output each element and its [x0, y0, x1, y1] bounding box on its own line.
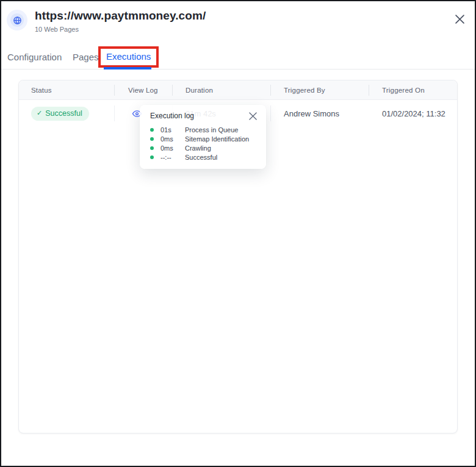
triggered-on-cell: 01/02/2024; 11:32 — [369, 100, 457, 127]
step-time: 0ms — [160, 144, 179, 152]
column-header-triggered-on: Triggered On — [369, 80, 457, 99]
step-label: Sitemap Identification — [185, 135, 249, 143]
popup-step: 0ms Sitemap Identification — [150, 134, 258, 143]
triggered-by-cell: Andrew Simons — [271, 100, 369, 127]
triggered-by-value: Andrew Simons — [284, 109, 339, 118]
active-tab-underline — [104, 67, 151, 70]
step-status-dot — [150, 137, 154, 141]
triggered-on-value: 01/02/2024; 11:32 — [382, 109, 445, 118]
globe-icon — [10, 13, 24, 27]
popup-title: Execution log — [150, 112, 194, 120]
step-time: --:-- — [160, 154, 179, 161]
execution-log-popup: Execution log 01s Process in Queue 0ms S… — [140, 105, 266, 169]
step-status-dot — [150, 128, 154, 132]
status-badge-label: Successful — [45, 109, 82, 118]
tab-executions[interactable]: Executions — [106, 51, 151, 62]
column-header-triggered-by: Triggered By — [271, 80, 369, 99]
step-label: Crawling — [185, 144, 211, 152]
site-avatar — [7, 10, 27, 30]
web-pages-count: 10 Web Pages — [35, 26, 465, 33]
close-icon[interactable] — [454, 13, 465, 24]
popup-step: 01s Process in Queue — [150, 125, 258, 134]
popup-step: --:-- Successful — [150, 152, 258, 162]
step-label: Process in Queue — [185, 126, 238, 134]
column-header-duration: Duration — [173, 80, 271, 99]
popup-close-icon[interactable] — [249, 112, 258, 121]
page-title: https://www.paytmmoney.com/ — [35, 9, 465, 23]
modal-header: https://www.paytmmoney.com/ 10 Web Pages — [1, 1, 475, 37]
tab-bar: Configuration Pages Executions — [1, 45, 475, 70]
column-header-status: Status — [19, 80, 115, 99]
popup-step-list: 01s Process in Queue 0ms Sitemap Identif… — [150, 125, 258, 162]
tab-pages[interactable]: Pages — [73, 52, 99, 62]
red-annotation-box: Executions — [98, 46, 159, 68]
column-header-view-log: View Log — [115, 80, 173, 99]
step-status-dot — [150, 155, 154, 159]
tab-configuration[interactable]: Configuration — [7, 52, 62, 62]
status-cell: ✓ Successful — [19, 100, 115, 127]
step-label: Successful — [185, 154, 217, 161]
crawler-detail-modal: { "header": { "title": "https://www.payt… — [0, 0, 476, 467]
executions-table-card: Status View Log Duration Triggered By Tr… — [18, 80, 458, 433]
step-status-dot — [150, 146, 154, 150]
check-icon: ✓ — [37, 109, 42, 117]
step-time: 01s — [160, 126, 179, 134]
table-header-row: Status View Log Duration Triggered By Tr… — [19, 80, 457, 100]
step-time: 0ms — [160, 135, 179, 143]
status-badge: ✓ Successful — [31, 107, 89, 121]
popup-step: 0ms Crawling — [150, 143, 258, 152]
